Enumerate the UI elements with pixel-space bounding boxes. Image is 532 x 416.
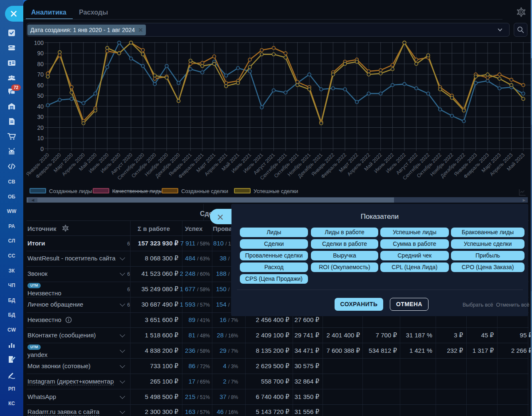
svg-text:40: 40 <box>37 103 44 110</box>
svg-text:20: 20 <box>37 124 44 131</box>
svg-text:50: 50 <box>37 92 44 99</box>
svg-text:100: 100 <box>34 40 44 46</box>
svg-text:10: 10 <box>37 135 44 141</box>
svg-text:60: 60 <box>37 82 44 89</box>
svg-text:70: 70 <box>37 71 44 78</box>
svg-text:30: 30 <box>37 114 44 120</box>
svg-text:80: 80 <box>37 61 44 67</box>
svg-text:0: 0 <box>40 146 44 152</box>
svg-text:90: 90 <box>37 50 44 57</box>
